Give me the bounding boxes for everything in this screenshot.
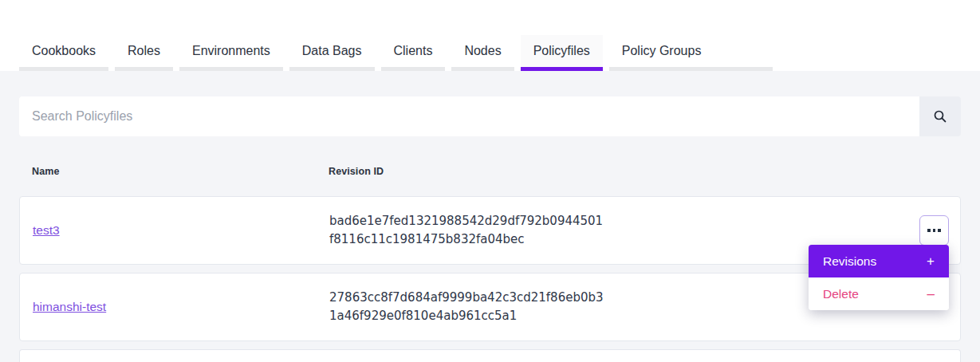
menu-item-label: Revisions	[823, 254, 876, 269]
policyfile-link[interactable]: himanshi-test	[33, 300, 106, 313]
tab-policyfiles[interactable]: Policyfiles	[521, 35, 603, 71]
search-button[interactable]	[919, 96, 961, 136]
policyfile-name-cell: test3	[20, 223, 329, 238]
search-icon	[933, 109, 947, 124]
tab-policy-groups[interactable]: Policy Groups	[609, 35, 773, 71]
tab-environments[interactable]: Environments	[179, 35, 283, 71]
revision-id-cell: 27863cc8f7d684af9999ba42c3cd21f86eb0b31a…	[329, 289, 604, 326]
policyfile-link[interactable]: test3	[33, 223, 60, 237]
policyfile-name-cell: himanshi-test	[20, 300, 329, 314]
tab-clients[interactable]: Clients	[381, 35, 446, 71]
ellipsis-icon	[927, 229, 931, 232]
policyfiles-panel: Name Revision ID test3 bad6e1e7fed132198…	[0, 71, 980, 362]
minus-icon: –	[927, 286, 935, 302]
tab-data-bags[interactable]: Data Bags	[289, 35, 375, 71]
tab-roles[interactable]: Roles	[115, 35, 173, 71]
tab-nodes[interactable]: Nodes	[451, 35, 514, 71]
column-header-name: Name	[19, 166, 329, 177]
row-more-button[interactable]	[919, 215, 949, 246]
menu-item-delete[interactable]: Delete –	[809, 277, 949, 310]
plus-icon: +	[927, 254, 935, 270]
search-input[interactable]	[19, 96, 919, 136]
column-header-revision-id: Revision ID	[329, 166, 961, 177]
row-actions-cell	[919, 215, 949, 246]
tab-cookbooks[interactable]: Cookbooks	[19, 35, 108, 71]
row-context-menu: Revisions + Delete –	[809, 245, 949, 310]
menu-item-label: Delete	[823, 287, 859, 301]
menu-item-revisions[interactable]: Revisions +	[809, 245, 949, 277]
table-row-partial	[19, 349, 961, 362]
table-header: Name Revision ID	[19, 155, 961, 187]
search-bar	[19, 96, 961, 136]
infrastructure-tabbar: Cookbooks Roles Environments Data Bags C…	[0, 0, 980, 71]
revision-id-cell: bad6e1e7fed1321988542d29df792b0944501f81…	[329, 212, 604, 250]
